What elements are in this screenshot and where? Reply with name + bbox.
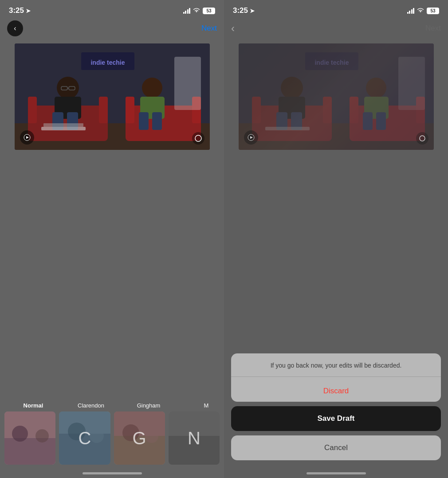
filter-label-gingham[interactable]: Gingham	[120, 402, 177, 409]
svg-rect-21	[41, 127, 86, 130]
discard-button[interactable]: Discard	[231, 380, 441, 402]
svg-point-29	[12, 426, 28, 442]
moon-letter: N	[188, 428, 200, 448]
dialog-overlay: If you go back now, your edits will be d…	[224, 0, 448, 478]
nav-bar-left: ‹ Next	[0, 20, 224, 39]
video-icon-left	[20, 130, 34, 145]
filter-labels: Normal Clarendon Gingham M	[0, 402, 224, 409]
svg-rect-5	[28, 97, 37, 123]
filter-label-clarendon[interactable]: Clarendon	[62, 402, 120, 409]
svg-point-38	[145, 430, 158, 443]
next-button-left[interactable]: Next	[201, 24, 217, 33]
location-icon-left: ➤	[26, 8, 31, 14]
select-icon-right	[192, 132, 204, 145]
svg-point-17	[142, 78, 162, 98]
home-indicator-right	[307, 472, 366, 474]
svg-rect-6	[99, 97, 108, 123]
svg-rect-8	[126, 97, 134, 123]
time-left: 3:25 ➤	[9, 6, 31, 15]
filter-section: Normal Clarendon Gingham M	[0, 402, 224, 465]
svg-point-30	[35, 429, 49, 443]
battery-icon-left: 53	[203, 8, 215, 14]
home-indicator-left	[83, 472, 142, 474]
clarendon-letter: C	[78, 428, 91, 448]
left-phone-panel: 3:25 ➤ 53 ‹ Next	[0, 0, 224, 478]
filter-thumb-normal[interactable]	[4, 411, 55, 465]
save-draft-button[interactable]: Save Draft	[231, 406, 441, 431]
svg-rect-23	[174, 57, 201, 110]
dialog-message: If you go back now, your edits will be d…	[231, 353, 441, 373]
svg-rect-22	[43, 123, 83, 127]
filter-label-normal[interactable]: Normal	[4, 402, 62, 409]
signal-icon-left	[183, 8, 191, 14]
status-bar-left: 3:25 ➤ 53	[0, 0, 224, 20]
gingham-letter: G	[133, 428, 146, 448]
back-chevron-left: ‹	[14, 24, 16, 32]
svg-rect-19	[139, 112, 149, 130]
filter-thumbs: C G N	[0, 409, 224, 465]
filter-thumb-clarendon[interactable]: C	[59, 411, 110, 465]
dialog-divider	[231, 376, 441, 377]
svg-point-34	[90, 429, 104, 443]
svg-point-10	[57, 77, 79, 99]
cancel-button[interactable]: Cancel	[231, 435, 441, 460]
svg-rect-28	[4, 438, 55, 465]
wifi-icon-left	[193, 7, 200, 14]
main-image-left: indie techie	[15, 43, 210, 150]
back-button-left[interactable]: ‹	[7, 20, 23, 36]
svg-rect-20	[152, 112, 162, 130]
filter-thumb-moon[interactable]: N	[169, 411, 220, 465]
svg-point-26	[195, 135, 201, 141]
action-sheet: If you go back now, your edits will be d…	[231, 353, 441, 402]
svg-text:indie techie: indie techie	[90, 59, 125, 66]
right-phone-panel: 3:25 ➤ 53 ‹ Next	[224, 0, 448, 478]
filter-thumb-gingham[interactable]: G	[114, 411, 165, 465]
status-right-left: 53	[183, 7, 216, 14]
